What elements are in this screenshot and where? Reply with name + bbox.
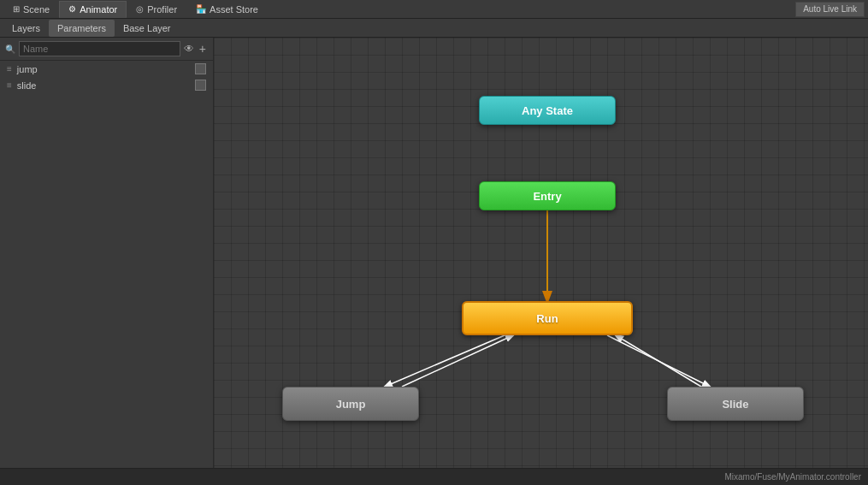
node-any-state-label: Any State <box>522 104 573 117</box>
auto-live-link-button[interactable]: Auto Live Link <box>795 2 865 17</box>
sub-bar: Layers Parameters Base Layer <box>0 19 868 38</box>
sub-tab-layers[interactable]: Layers <box>3 20 49 37</box>
add-parameter-button[interactable]: + <box>198 42 208 56</box>
node-run-label: Run <box>536 312 558 325</box>
sub-tab-parameters[interactable]: Parameters <box>49 20 115 37</box>
main-layout: 🔍 👁 + ≡ jump ≡ slide <box>0 38 868 468</box>
asset-store-icon: 🏪 <box>196 4 206 14</box>
scene-icon: ⊞ <box>13 4 20 14</box>
param-checkbox-jump[interactable] <box>195 63 206 74</box>
node-any-state[interactable]: Any State <box>479 96 616 125</box>
tab-asset-store[interactable]: 🏪 Asset Store <box>186 1 268 18</box>
top-tab-bar: ⊞ Scene ⚙ Animator ◎ Profiler 🏪 Asset St… <box>0 0 868 19</box>
search-icon: 🔍 <box>5 44 15 54</box>
node-slide-label: Slide <box>722 398 748 411</box>
tab-scene-label: Scene <box>23 4 50 15</box>
drag-handle-icon: ≡ <box>7 64 12 74</box>
svg-line-3 <box>607 335 710 387</box>
tab-scene[interactable]: ⊞ Scene <box>3 1 59 18</box>
node-entry[interactable]: Entry <box>479 181 616 210</box>
node-entry-label: Entry <box>533 190 561 203</box>
status-path: Mixamo/Fuse/MyAnimator.controller <box>725 472 862 482</box>
svg-line-2 <box>402 335 513 387</box>
animator-icon: ⚙ <box>68 4 76 14</box>
sub-tab-layers-label: Layers <box>12 23 40 33</box>
tab-asset-store-label: Asset Store <box>210 4 258 15</box>
tab-animator[interactable]: ⚙ Animator <box>59 1 127 18</box>
param-name-jump: jump <box>17 64 190 74</box>
param-checkbox-slide[interactable] <box>195 80 206 91</box>
profiler-icon: ◎ <box>136 4 144 14</box>
status-bar: Mixamo/Fuse/MyAnimator.controller <box>0 468 868 485</box>
param-name-slide: slide <box>17 80 190 91</box>
search-input[interactable] <box>19 41 180 56</box>
sub-tab-parameters-label: Parameters <box>57 23 106 33</box>
animator-canvas[interactable]: Any State Entry Run Jump Slide <box>214 38 868 468</box>
tab-profiler-label: Profiler <box>147 4 177 15</box>
node-jump-label: Jump <box>336 398 366 411</box>
drag-handle-icon: ≡ <box>7 80 12 90</box>
list-item[interactable]: ≡ jump <box>0 61 213 77</box>
node-run[interactable]: Run <box>462 301 633 335</box>
breadcrumb: Base Layer <box>123 23 171 33</box>
sidebar-search-bar: 🔍 👁 + <box>0 38 213 61</box>
sidebar: 🔍 👁 + ≡ jump ≡ slide <box>0 38 214 468</box>
list-item[interactable]: ≡ slide <box>0 77 213 93</box>
tab-profiler[interactable]: ◎ Profiler <box>127 1 186 18</box>
eye-button[interactable]: 👁 <box>184 43 194 55</box>
tab-animator-label: Animator <box>80 4 117 15</box>
svg-line-4 <box>616 335 701 387</box>
svg-line-1 <box>385 335 505 387</box>
node-slide[interactable]: Slide <box>667 387 804 421</box>
node-jump[interactable]: Jump <box>282 387 419 421</box>
